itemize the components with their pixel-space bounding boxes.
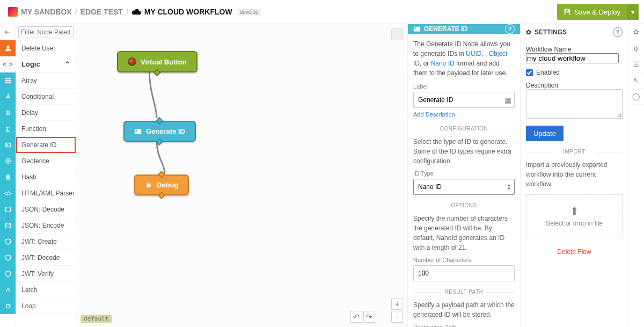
undo-button[interactable]: ↶ [350,311,362,323]
palette-item[interactable]: JSON: Decode [16,201,76,217]
palette-item[interactable]: JWT: Verify [16,266,76,282]
palette-item[interactable]: Hash [16,169,76,185]
template-icon[interactable]: ▦ [504,96,511,104]
port-out[interactable] [158,192,165,199]
workflow-name-label: Workflow Name [526,46,571,53]
palette-item[interactable]: HTML/XML Parser [16,185,76,201]
workflow-canvas[interactable]: Virtual Button Generate ID Debug default… [76,24,408,327]
hash-icon[interactable] [0,169,16,185]
palette-item[interactable]: Geofence [16,153,76,169]
palette-item[interactable]: Function [16,121,76,137]
settings-title: SETTINGS [535,28,567,36]
import-dropzone[interactable]: ⬆ Select or drop in file [526,194,623,237]
geofence-icon[interactable] [0,153,16,169]
palette-item[interactable]: JSON: Encode [16,217,76,234]
palette-item[interactable]: Array [16,72,76,89]
loop-icon[interactable] [0,298,16,314]
svg-rect-0 [5,78,11,79]
resultpath-divider: RESULT PATH [413,289,515,295]
select-arrows-icon: ▴▾ [508,183,510,191]
options-divider: OPTIONS [413,202,515,208]
palette-item[interactable]: Latch [16,282,76,298]
delete-flow-link[interactable]: Delete Flow [526,248,623,256]
palette-item[interactable]: JWT: Decode [16,250,76,266]
palette-group-logic[interactable]: Logic⌃ [16,56,76,72]
gear-icon: ✿ [526,28,531,36]
port-out[interactable] [156,138,163,146]
palette-item[interactable]: JWT: Create [16,234,76,250]
gear-icon[interactable]: ✿ [628,24,644,40]
deploy-dropdown[interactable]: ▾ [627,4,639,20]
palette-item-delete-user[interactable]: Delete User [16,40,76,56]
node-generate-id[interactable]: Generate ID [123,121,196,142]
palette-search-input[interactable] [18,26,74,38]
user-category-icon[interactable] [0,40,16,56]
breadcrumb: MY SANDBOX / EDGE TEST / MY CLOUD WORKFL… [8,7,261,17]
svg-rect-10 [5,223,10,228]
update-button[interactable]: Update [526,126,564,141]
minimap-toggle[interactable] [391,28,403,40]
svg-rect-9 [5,207,10,212]
generate-id-icon[interactable] [0,137,16,153]
jwt-decode-icon[interactable] [0,250,16,266]
help-icon[interactable]: ? [613,27,623,37]
port-in[interactable] [156,117,163,125]
help-icon[interactable]: ? [505,24,515,34]
workflow-name-input[interactable] [526,53,619,63]
delay-icon[interactable] [0,105,16,121]
numchars-input[interactable] [413,265,515,281]
nanoid-link[interactable]: Nano ID [431,60,455,67]
function-icon[interactable]: Σ [0,121,16,137]
port-out[interactable] [153,69,161,76]
node-debug[interactable]: Debug [134,175,189,195]
palette-item[interactable]: Delay [16,105,76,121]
jwt-create-icon[interactable] [0,234,16,250]
palette-icon-rail: ⇤ < > Σ </> [0,24,16,327]
save-deploy-button[interactable]: Save & Deploy [557,4,627,20]
idtype-select[interactable] [413,179,515,195]
palette-item[interactable]: Loop [16,298,76,314]
array-icon[interactable] [0,72,16,89]
bug-icon [145,181,152,189]
collapse-palette-icon[interactable]: ⇤ [0,24,16,40]
crumb-workflow[interactable]: MY CLOUD WORKFLOW [144,8,232,16]
node-virtual-button[interactable]: Virtual Button [117,51,197,72]
branch-tag[interactable]: develop [238,9,261,16]
crumb-edge[interactable]: EDGE TEST [80,8,123,16]
html-parser-icon[interactable]: </> [0,185,16,201]
chevron-up-icon: ⌃ [64,60,70,68]
enabled-checkbox[interactable] [526,69,533,76]
cloud-icon [131,8,141,16]
idtype-label: ID Type [413,170,515,177]
json-encode-icon[interactable] [0,217,16,234]
zoom-in-button[interactable]: + [391,298,403,310]
node-description: The Generate ID Node allows you to gener… [413,39,515,78]
jwt-verify-icon[interactable] [0,266,16,282]
description-textarea[interactable] [526,89,623,119]
uuid-link[interactable]: UUID [466,50,481,57]
storage-icon[interactable]: ☰ [628,56,644,72]
conditional-icon[interactable] [0,89,16,105]
latch-icon[interactable] [0,282,16,298]
zoom-out-button[interactable]: − [391,311,403,323]
svg-rect-5 [5,143,10,147]
palette-item-generate-id[interactable]: Generate ID [16,137,76,153]
panel-title: GENERATE ID [424,25,467,33]
org-avatar[interactable] [8,7,18,17]
palette-item[interactable]: Conditional [16,89,76,105]
branch-icon[interactable]: ψ [628,40,644,56]
redo-button[interactable]: ↷ [363,311,375,323]
port-in[interactable] [158,171,165,178]
crumb-sandbox[interactable]: MY SANDBOX [21,8,72,16]
top-bar: MY SANDBOX / EDGE TEST / MY CLOUD WORKFL… [0,0,644,24]
json-decode-icon[interactable] [0,201,16,217]
svg-rect-12 [136,130,137,132]
node-palette: Delete User Logic⌃ Array Conditional Del… [16,24,76,327]
label-input[interactable] [413,92,515,108]
cursor-icon[interactable]: ↖ [628,72,644,89]
node-config-panel: GENERATE ID ? The Generate ID Node allow… [408,24,521,327]
add-description-link[interactable]: Add Description [413,111,455,118]
globe-icon[interactable]: ◯ [628,89,644,105]
logic-category-icon[interactable]: < > [0,56,16,72]
svg-rect-2 [5,82,11,83]
